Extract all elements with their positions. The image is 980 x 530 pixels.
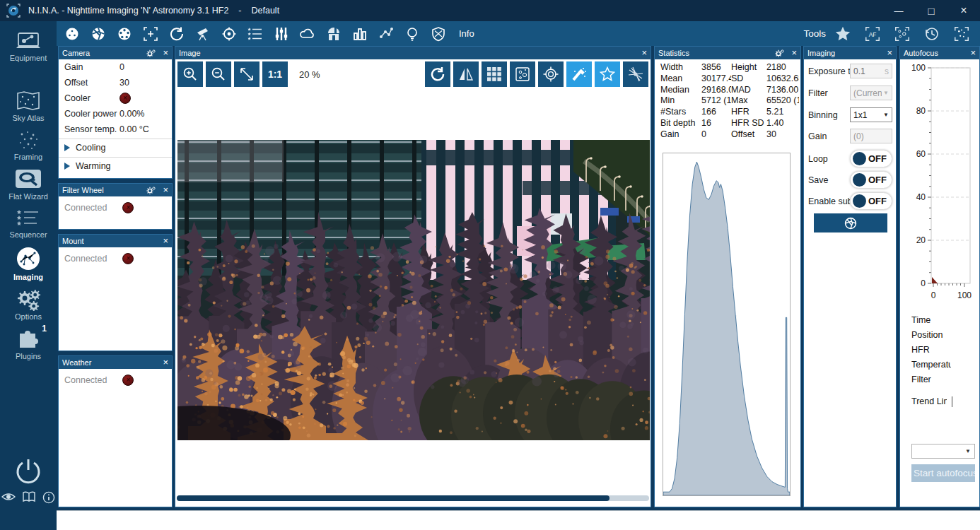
y-tick-label: 60 bbox=[916, 149, 926, 159]
image-panel: Image × 1:1 20 % bbox=[175, 46, 651, 507]
stat-value: 1.40 bbox=[766, 118, 799, 129]
save-toggle[interactable]: OFF bbox=[850, 171, 892, 189]
image-panel-header: Image × bbox=[175, 47, 651, 59]
sidebar-item-sequencer[interactable]: Sequencer bbox=[0, 208, 57, 239]
autofocus-panel: Autofocus × 100 80 60 40 20 bbox=[899, 46, 980, 507]
info-circle-icon[interactable] bbox=[42, 491, 55, 504]
exposure-time-input[interactable]: 0.1s bbox=[850, 64, 892, 78]
zoom-level-value: 20 % bbox=[299, 69, 320, 80]
zoom-in-button[interactable] bbox=[177, 61, 203, 87]
one-to-one-button[interactable]: 1:1 bbox=[262, 61, 288, 87]
auto-focus-icon[interactable] bbox=[142, 25, 159, 42]
pin-annotation-button[interactable] bbox=[623, 61, 648, 87]
crosshair-button[interactable] bbox=[538, 61, 564, 87]
sequence-icon[interactable] bbox=[247, 25, 264, 42]
statistics-panel-close-icon[interactable]: × bbox=[791, 49, 797, 57]
filter-wheel-icon[interactable] bbox=[116, 25, 133, 42]
rotate-image-button[interactable] bbox=[425, 61, 450, 87]
grid-overlay-button[interactable] bbox=[482, 61, 507, 87]
switch-icon[interactable] bbox=[273, 25, 290, 42]
auto-stretch-button[interactable] bbox=[566, 61, 592, 87]
maximize-button[interactable]: □ bbox=[915, 0, 947, 21]
capture-button[interactable] bbox=[814, 213, 887, 232]
eye-icon[interactable] bbox=[1, 491, 16, 504]
subsample-toggle[interactable]: OFF bbox=[850, 192, 892, 210]
statistics-settings-icon[interactable] bbox=[775, 49, 784, 57]
stat-label: Mean bbox=[660, 73, 701, 85]
y-tick-label: 80 bbox=[916, 106, 926, 116]
options-icon bbox=[13, 287, 44, 311]
autofocus-panel-close-icon[interactable]: × bbox=[970, 49, 976, 57]
connections-icon[interactable] bbox=[378, 25, 395, 42]
loop-toggle[interactable]: OFF bbox=[850, 150, 892, 167]
rotator-icon[interactable] bbox=[168, 25, 185, 42]
info-label[interactable]: Info bbox=[459, 28, 474, 39]
weather-status-dot: × bbox=[122, 375, 134, 386]
close-button[interactable]: × bbox=[947, 0, 980, 21]
image-panel-close-icon[interactable]: × bbox=[641, 49, 647, 57]
manual-icon[interactable] bbox=[22, 491, 36, 504]
sidebar-item-plugins[interactable]: 1 Plugins bbox=[0, 326, 57, 360]
flat-device-icon[interactable] bbox=[404, 25, 421, 42]
safety-monitor-icon[interactable] bbox=[430, 25, 447, 42]
stat-label: Offset bbox=[731, 129, 766, 141]
mount-connected-label: Connected bbox=[64, 254, 107, 264]
gain-input[interactable]: (0) bbox=[850, 129, 892, 143]
gain-label: Gain bbox=[808, 131, 850, 141]
filter-dropdown[interactable]: (Current)▼ bbox=[850, 86, 892, 100]
power-button[interactable] bbox=[0, 456, 57, 487]
sidebar-item-equipment[interactable]: Equipment bbox=[0, 31, 57, 62]
autofocus-filter-dropdown[interactable]: ▼ bbox=[911, 444, 975, 459]
camera-panel-close-icon[interactable]: × bbox=[163, 49, 168, 57]
filter-wheel-settings-icon[interactable] bbox=[146, 187, 156, 194]
star-detection-button[interactable] bbox=[510, 61, 535, 87]
y-tick-label: 100 bbox=[911, 63, 926, 73]
fit-image-button[interactable] bbox=[234, 61, 259, 87]
guider-icon[interactable] bbox=[221, 25, 238, 42]
camera-icon[interactable] bbox=[64, 25, 81, 42]
zoom-out-button[interactable] bbox=[206, 61, 231, 87]
flip-horizontal-button[interactable] bbox=[453, 61, 479, 87]
af-button[interactable]: AF bbox=[864, 25, 881, 42]
camera-settings-icon[interactable] bbox=[146, 49, 156, 57]
sidebar-item-label: Framing bbox=[0, 153, 57, 161]
sidebar-item-sky-atlas[interactable]: Sky Atlas bbox=[0, 90, 57, 122]
captured-image[interactable] bbox=[177, 140, 650, 440]
weather-icon[interactable] bbox=[299, 25, 316, 42]
sidebar-item-framing[interactable]: Framing bbox=[0, 129, 57, 161]
mount-panel-close-icon[interactable]: × bbox=[163, 237, 168, 245]
plate-solve-icon[interactable] bbox=[894, 25, 911, 42]
stat-value: 29168.00 bbox=[701, 85, 731, 96]
focuser-icon[interactable] bbox=[90, 25, 107, 42]
telescope-icon[interactable] bbox=[194, 25, 211, 42]
sensor-temp-label: Sensor temp. bbox=[64, 124, 119, 134]
trend-line-separator bbox=[952, 396, 952, 407]
binning-label: Binning bbox=[808, 110, 850, 120]
stat-label: Median bbox=[660, 85, 701, 96]
camera-panel-header: Camera × bbox=[59, 47, 172, 59]
star-annotations-icon[interactable] bbox=[953, 25, 970, 42]
history-icon[interactable] bbox=[923, 25, 940, 42]
equipment-icon bbox=[14, 31, 42, 52]
tools-star-icon[interactable] bbox=[834, 25, 851, 42]
autofocus-panel-header: Autofocus × bbox=[900, 47, 979, 59]
tools-label[interactable]: Tools bbox=[803, 28, 826, 39]
image-horizontal-scrollbar[interactable] bbox=[177, 495, 649, 501]
filter-wheel-panel-close-icon[interactable]: × bbox=[163, 187, 168, 194]
cooling-expander[interactable]: Cooling bbox=[59, 139, 172, 155]
scrollbar-thumb[interactable] bbox=[177, 495, 609, 501]
start-autofocus-button[interactable]: Start autofocus bbox=[911, 464, 975, 482]
minimize-button[interactable]: — bbox=[882, 0, 915, 21]
binning-dropdown[interactable]: 1x1▼ bbox=[850, 107, 892, 122]
detect-stars-button[interactable] bbox=[595, 61, 620, 87]
dome-icon[interactable] bbox=[325, 25, 342, 42]
weather-panel-close-icon[interactable]: × bbox=[163, 359, 168, 366]
stat-label: Height bbox=[731, 62, 766, 73]
sidebar-item-flat-wizard[interactable]: Flat Wizard bbox=[0, 167, 57, 201]
warming-expander[interactable]: Warming bbox=[59, 158, 172, 174]
sidebar-item-imaging[interactable]: Imaging bbox=[0, 246, 57, 281]
sidebar-item-options[interactable]: Options bbox=[0, 287, 57, 321]
flat-panel-icon[interactable] bbox=[351, 25, 368, 42]
mount-panel-header: Mount × bbox=[59, 235, 172, 247]
imaging-panel-close-icon[interactable]: × bbox=[887, 49, 892, 57]
